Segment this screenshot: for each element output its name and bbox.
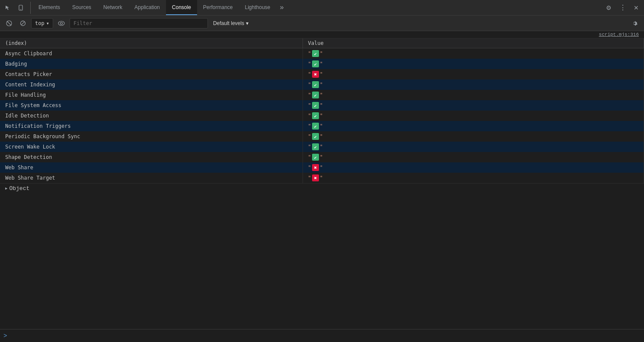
table-row: Contacts Picker"✖" <box>0 69 644 79</box>
log-levels-button[interactable]: Default levels ▾ <box>210 19 251 27</box>
console-toolbar: top ▾ Default levels ▾ <box>0 16 644 31</box>
console-input[interactable] <box>10 333 641 339</box>
eye-icon[interactable] <box>56 18 67 29</box>
tab-elements[interactable]: Elements <box>32 0 66 15</box>
value-cell: "✖" <box>303 173 644 183</box>
console-output[interactable]: (index) Value Async Clipboard"✔"Badging"… <box>0 38 644 327</box>
table-row: Async Clipboard"✔" <box>0 48 644 59</box>
prompt-icon: > <box>3 332 7 339</box>
index-cell: File System Access <box>0 100 303 111</box>
table-row: Periodic Background Sync"✔" <box>0 131 644 142</box>
object-expandable-row[interactable]: ▶ Object <box>0 183 644 193</box>
table-row: Screen Wake Lock"✔" <box>0 142 644 152</box>
value-cell: "✔" <box>303 121 644 131</box>
value-cell: "✔" <box>303 131 644 142</box>
pointer-icon[interactable] <box>2 2 14 14</box>
tab-console[interactable]: Console <box>166 0 197 15</box>
index-cell: Shape Detection <box>0 152 303 162</box>
value-cell: "✖" <box>303 162 644 173</box>
more-options-icon[interactable]: ⋮ <box>616 2 628 14</box>
tab-performance[interactable]: Performance <box>197 0 239 15</box>
index-cell: Notification Triggers <box>0 121 303 131</box>
value-cell: "✔" <box>303 111 644 121</box>
tab-lighthouse[interactable]: Lighthouse <box>239 0 277 15</box>
index-cell: Web Share Target <box>0 173 303 183</box>
source-link-bar: script.mjs:316 <box>0 31 644 38</box>
table-row: File Handling"✔" <box>0 90 644 100</box>
ban-icon[interactable] <box>17 18 29 29</box>
index-cell: Web Share <box>0 162 303 173</box>
data-table: (index) Value Async Clipboard"✔"Badging"… <box>0 38 644 183</box>
more-tabs-button[interactable]: » <box>276 0 287 15</box>
index-cell: Screen Wake Lock <box>0 142 303 152</box>
index-cell: Periodic Background Sync <box>0 131 303 142</box>
table-row: Shape Detection"✔" <box>0 152 644 162</box>
close-devtools-icon[interactable]: ✕ <box>630 2 642 14</box>
table-row: Idle Detection"✔" <box>0 111 644 121</box>
table-row: Web Share Target"✖" <box>0 173 644 183</box>
value-cell: "✔" <box>303 152 644 162</box>
object-label: Object <box>9 185 29 192</box>
svg-line-5 <box>21 22 25 25</box>
expand-triangle-icon: ▶ <box>5 186 7 191</box>
tab-bar-actions: ⚙ ⋮ ✕ <box>603 2 642 14</box>
value-cell: "✔" <box>303 100 644 111</box>
table-header-row: (index) Value <box>0 38 644 48</box>
svg-point-7 <box>60 22 62 24</box>
tabs: Elements Sources Network Application Con… <box>32 0 603 15</box>
table-row: Badging"✔" <box>0 59 644 69</box>
index-cell: Badging <box>0 59 303 69</box>
value-cell: "✔" <box>303 90 644 100</box>
index-column-header: (index) <box>0 38 303 48</box>
console-settings-icon[interactable] <box>628 17 641 29</box>
clear-console-icon[interactable] <box>3 18 15 29</box>
table-row: Web Share"✖" <box>0 162 644 173</box>
tab-network[interactable]: Network <box>97 0 128 15</box>
source-link[interactable]: script.mjs:316 <box>599 32 639 37</box>
index-cell: File Handling <box>0 90 303 100</box>
toolbar-right <box>628 17 641 29</box>
value-cell: "✔" <box>303 59 644 69</box>
devtools-icons <box>2 2 31 14</box>
svg-line-3 <box>7 21 11 25</box>
tab-application[interactable]: Application <box>128 0 166 15</box>
index-cell: Contacts Picker <box>0 69 303 79</box>
index-cell: Content Indexing <box>0 79 303 90</box>
svg-point-6 <box>58 21 64 25</box>
table-row: Content Indexing"✔" <box>0 79 644 90</box>
value-cell: "✔" <box>303 79 644 90</box>
value-column-header: Value <box>303 38 644 48</box>
value-cell: "✖" <box>303 69 644 79</box>
table-row: File System Access"✔" <box>0 100 644 111</box>
value-cell: "✔" <box>303 142 644 152</box>
console-input-bar: > <box>0 329 644 342</box>
tab-bar: Elements Sources Network Application Con… <box>0 0 644 16</box>
context-selector[interactable]: top ▾ <box>31 18 53 28</box>
svg-rect-1 <box>20 9 22 10</box>
table-row: Notification Triggers"✔" <box>0 121 644 131</box>
settings-icon[interactable]: ⚙ <box>603 2 615 14</box>
filter-input[interactable] <box>70 18 208 28</box>
tab-sources[interactable]: Sources <box>66 0 97 15</box>
value-cell: "✔" <box>303 48 644 59</box>
index-cell: Idle Detection <box>0 111 303 121</box>
mobile-icon[interactable] <box>15 2 27 14</box>
index-cell: Async Clipboard <box>0 48 303 59</box>
